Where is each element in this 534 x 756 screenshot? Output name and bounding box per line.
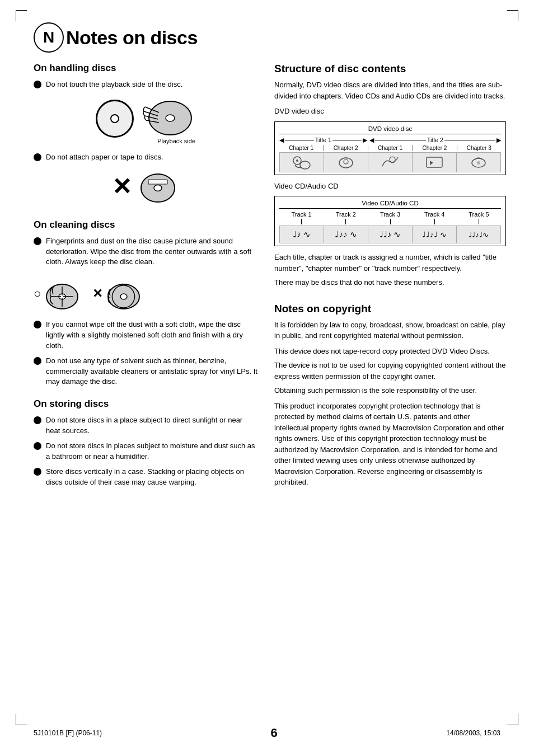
- cleaning-heading: On cleaning discs: [34, 219, 257, 231]
- x-mark-2: ✕: [92, 287, 102, 301]
- structure-after-1: Each title, chapter or track is assigned…: [274, 252, 506, 274]
- corner-bracket-br: [507, 714, 518, 725]
- handling-bullet-2: Do not attach paper or tape to discs.: [34, 152, 257, 163]
- bullet-dot: [34, 416, 41, 424]
- bullet-dot: [34, 153, 41, 161]
- svg-point-22: [390, 157, 395, 162]
- cleaning-bullet-2: If you cannot wipe off the dust with a s…: [34, 320, 257, 351]
- cleaning-bullet-1-text: Fingerprints and dust on the disc cause …: [46, 236, 257, 268]
- dvd-img-1: [279, 152, 324, 172]
- two-col-layout: On handling discs Do not touch the playb…: [34, 63, 506, 492]
- x-mark: ✕: [112, 173, 132, 200]
- right-column: Structure of disc contents Normally, DVD…: [274, 63, 506, 492]
- corner-bracket-tl: [16, 10, 27, 21]
- bullet-dot: [34, 321, 41, 328]
- wrong-clean-svg: [105, 275, 143, 312]
- dvd-img-3: [368, 152, 412, 172]
- title-icon: N: [34, 22, 64, 53]
- ok-mark: ○: [34, 287, 41, 301]
- svg-point-21: [344, 159, 348, 164]
- svg-rect-23: [427, 157, 442, 167]
- structure-after-2: There may be discs that do not have thes…: [274, 277, 506, 288]
- vcd-diagram: Video CD/Audio CD Track 1 Track 2 Track …: [274, 196, 506, 246]
- tape-disc-svg: [137, 168, 179, 205]
- handling-bullet-2-text: Do not attach paper or tape to discs.: [46, 152, 257, 163]
- storing-bullet-3: Store discs vertically in a case. Stacki…: [34, 467, 257, 488]
- music-3: ♩♩♪ ∿: [368, 226, 412, 243]
- page-title: Notes on discs: [66, 27, 198, 49]
- copyright-p3: The device is not to be used for copying…: [274, 360, 506, 382]
- left-column: On handling discs Do not touch the playb…: [34, 63, 257, 492]
- storing-heading: On storing discs: [34, 398, 257, 410]
- footer-left: 5J10101B [E] (P06-11): [34, 729, 102, 737]
- track-3: Track 3: [368, 211, 412, 218]
- track-2: Track 2: [324, 211, 368, 218]
- footer-right: 14/08/2003, 15:03: [446, 729, 500, 737]
- storing-bullet-2-text: Do not store discs in places subject to …: [46, 441, 257, 462]
- dvd-img-5: [456, 152, 501, 172]
- music-4: ♩♩♪♩ ∿: [412, 226, 456, 243]
- vcd-disc-label: Video CD/Audio CD: [362, 200, 418, 206]
- title1-label: Title 1: [315, 137, 332, 143]
- bullet-dot: [34, 357, 41, 365]
- copyright-p4: Obtaining such permission is the sole re…: [274, 385, 506, 396]
- handling-bullet-1-text: Do not touch the playback side of the di…: [46, 79, 257, 90]
- corner-bracket-tr: [507, 10, 518, 21]
- dvd-img-4: [412, 152, 456, 172]
- track-5: Track 5: [457, 211, 501, 218]
- dvd-diagram: DVD video disc ◀ Title 1 ▶ ◀: [274, 121, 506, 175]
- cleaning-bullet-3: Do not use any type of solvent such as t…: [34, 356, 257, 388]
- copyright-p1: It is forbidden by law to copy, broadcas…: [274, 320, 506, 341]
- music-2: ♩♪♪ ∿: [324, 226, 368, 243]
- music-5: ♩♩♪♩∿: [456, 226, 501, 243]
- storing-bullet-2: Do not store discs in places subject to …: [34, 441, 257, 462]
- bullet-dot: [34, 237, 41, 245]
- storing-bullet-3-text: Store discs vertically in a case. Stacki…: [46, 467, 257, 488]
- handling-heading: On handling discs: [34, 63, 257, 74]
- dvd-disc-label-text: DVD video disc: [274, 106, 506, 117]
- chapter-5: Chapter 3: [457, 145, 501, 151]
- dvd-img-2: [324, 152, 368, 172]
- chapter-4: Chapter 2: [413, 145, 457, 151]
- svg-point-25: [477, 161, 480, 165]
- track-4: Track 4: [413, 211, 457, 218]
- svg-point-1: [166, 115, 175, 121]
- playback-label: Playback side: [157, 138, 195, 144]
- corner-bracket-bl: [16, 714, 27, 725]
- cleaning-bullet-2-text: If you cannot wipe off the dust with a s…: [46, 320, 257, 351]
- page-title-wrap: N Notes on discs: [34, 22, 506, 53]
- dvd-disc-label: DVD video disc: [368, 125, 413, 132]
- svg-point-18: [296, 159, 298, 162]
- copyright-p5: This product incorporates copyright prot…: [274, 401, 506, 488]
- chapter-3: Chapter 1: [368, 145, 413, 151]
- structure-intro: Normally, DVD video discs are divided in…: [274, 79, 506, 101]
- structure-heading: Structure of disc contents: [274, 63, 506, 75]
- page-footer: 5J10101B [E] (P06-11) 6 14/08/2003, 15:0…: [0, 726, 534, 740]
- chapter-1: Chapter 1: [279, 145, 324, 151]
- bullet-dot: [34, 81, 41, 88]
- footer-center: 6: [271, 726, 278, 740]
- disc-svg: [139, 96, 195, 140]
- track-1: Track 1: [279, 211, 324, 218]
- copyright-heading: Notes on copyright: [274, 303, 506, 315]
- disc-illustration: Playback side: [34, 96, 257, 142]
- svg-point-7: [154, 185, 162, 191]
- storing-bullet-1: Do not store discs in a place subject to…: [34, 415, 257, 436]
- copyright-p2: This device does not tape-record copy pr…: [274, 346, 506, 357]
- page: N Notes on discs On handling discs Do no…: [0, 0, 534, 756]
- svg-point-16: [120, 294, 127, 299]
- handling-bullet-1: Do not touch the playback side of the di…: [34, 79, 257, 90]
- cleaning-bullet-3-text: Do not use any type of solvent such as t…: [46, 356, 257, 388]
- storing-bullet-1-text: Do not store discs in a place subject to…: [46, 415, 257, 436]
- title2-label: Title 2: [427, 137, 444, 143]
- svg-point-19: [300, 161, 310, 169]
- bullet-dot: [34, 468, 41, 476]
- vcd-label-text: Video CD/Audio CD: [274, 181, 506, 192]
- svg-rect-8: [148, 180, 167, 184]
- bullet-dot: [34, 442, 41, 450]
- cleaning-bullet-1: Fingerprints and dust on the disc cause …: [34, 236, 257, 268]
- music-1: ♩♪ ∿: [279, 226, 324, 243]
- chapter-2: Chapter 2: [324, 145, 368, 151]
- no-paper-illustration: ✕: [34, 168, 257, 205]
- cleaning-illustration: ○ ✕: [34, 275, 257, 312]
